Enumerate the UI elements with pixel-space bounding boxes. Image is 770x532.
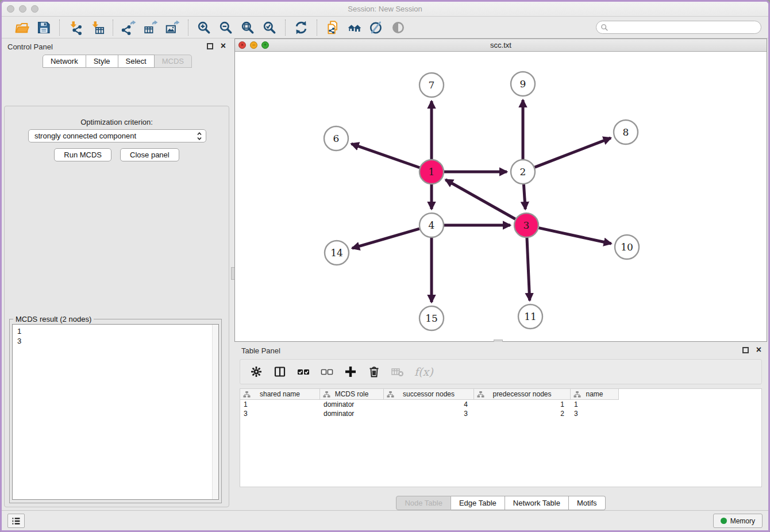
function-builder-icon: f(x) — [414, 364, 429, 379]
tab-network-table[interactable]: Network Table — [505, 496, 569, 510]
column-tree-icon — [323, 391, 330, 402]
column-tree-icon — [387, 391, 394, 402]
graph-edge-4-14[interactable] — [352, 229, 419, 248]
export-image-icon[interactable] — [164, 19, 181, 36]
table-panel: Table Panel × f(x) shared nameMCDS roles… — [234, 342, 767, 510]
node-table[interactable]: shared nameMCDS rolesuccessor nodesprede… — [240, 388, 762, 487]
graph-node-9[interactable]: 9 — [511, 72, 535, 96]
graph-edge-1-6[interactable] — [351, 144, 419, 168]
graph-node-1[interactable]: 1 — [419, 160, 444, 184]
table-toolbar: f(x) — [240, 359, 762, 384]
graph-edge-3-1[interactable] — [445, 180, 515, 219]
toolbar-group — [317, 20, 414, 36]
column-label: shared name — [260, 390, 300, 398]
svg-text:9: 9 — [520, 78, 526, 90]
zoom-selected-icon[interactable] — [261, 19, 278, 36]
toolbar-group — [59, 20, 113, 36]
column-header-predecessor-nodes[interactable]: predecessor nodes — [474, 389, 571, 400]
table-cell: 1 — [474, 400, 571, 409]
graph-node-3[interactable]: 3 — [514, 213, 538, 237]
tab-node-table[interactable]: Node Table — [396, 496, 451, 510]
deselect-all-icon[interactable] — [319, 364, 334, 379]
svg-text:2: 2 — [520, 166, 526, 178]
column-header-MCDS-role[interactable]: MCDS role — [320, 389, 384, 400]
table-cell: 4 — [384, 400, 474, 409]
graph-edge-3-10[interactable] — [538, 228, 611, 244]
column-tree-icon — [573, 391, 581, 402]
network-canvas[interactable]: 7968124314101511 — [235, 52, 767, 341]
close-panel-icon[interactable]: × — [221, 40, 226, 52]
svg-text:15: 15 — [425, 313, 438, 324]
graph-node-8[interactable]: 8 — [614, 120, 638, 144]
zoom-out-icon[interactable] — [217, 19, 234, 36]
apply-layout-icon[interactable] — [292, 19, 310, 36]
run-mcds-button[interactable]: Run MCDS — [54, 148, 111, 161]
tab-edge-table[interactable]: Edge Table — [451, 496, 505, 510]
select-stepper-icon — [197, 131, 202, 141]
control-panel: Control Panel × NetworkStyleSelectMCDS O… — [2, 38, 233, 510]
graph-edge-3-11[interactable] — [527, 238, 530, 300]
column-header-successor-nodes[interactable]: successor nodes — [384, 389, 474, 400]
tab-select[interactable]: Select — [118, 55, 155, 68]
column-header-shared-name[interactable]: shared name — [240, 389, 320, 400]
svg-text:14: 14 — [330, 247, 343, 259]
new-column-icon[interactable] — [343, 364, 358, 379]
graph-node-6[interactable]: 6 — [324, 126, 348, 151]
float-panel-icon[interactable] — [207, 43, 213, 49]
network-title: scc.txt — [235, 41, 767, 49]
svg-text:3: 3 — [523, 219, 530, 231]
import-table-icon[interactable] — [88, 19, 106, 36]
task-history-button[interactable] — [7, 514, 25, 528]
graph-node-15[interactable]: 15 — [419, 306, 444, 330]
graph-node-4[interactable]: 4 — [419, 213, 444, 237]
tab-network[interactable]: Network — [43, 55, 86, 68]
delete-rows-icon[interactable] — [367, 364, 382, 379]
network-graph[interactable]: 7968124314101511 — [235, 52, 767, 341]
criterion-select[interactable]: strongly connected component — [28, 129, 206, 142]
graph-node-2[interactable]: 2 — [511, 160, 535, 184]
graph-node-10[interactable]: 10 — [615, 235, 639, 259]
search-input[interactable] — [609, 22, 761, 33]
graph-edge-2-8[interactable] — [535, 138, 611, 167]
zoom-in-icon[interactable] — [195, 19, 213, 36]
select-all-icon[interactable] — [296, 364, 311, 379]
save-session-icon[interactable] — [35, 19, 52, 36]
search-box[interactable] — [596, 21, 761, 34]
table-row[interactable]: 1dominator411 — [240, 400, 761, 409]
main-toolbar — [2, 17, 768, 38]
memory-button[interactable]: Memory — [713, 514, 763, 528]
memory-indicator-dot — [721, 518, 727, 524]
show-columns-icon[interactable] — [272, 364, 287, 379]
svg-text:11: 11 — [524, 311, 537, 322]
export-table-icon[interactable] — [142, 19, 159, 36]
home-view-icon[interactable] — [346, 19, 363, 36]
mcds-result-lines: 1 3 — [13, 325, 218, 348]
table-row[interactable]: 3dominator323 — [240, 409, 761, 418]
close-panel-button[interactable]: Close panel — [120, 148, 179, 161]
table-float-icon[interactable] — [742, 347, 749, 353]
table-close-icon[interactable]: × — [756, 344, 761, 356]
result-scrollbar[interactable] — [212, 325, 218, 499]
table-options-icon[interactable] — [249, 364, 264, 379]
graph-edge-2-3[interactable] — [523, 184, 525, 209]
network-window: × − + scc.txt 7968124314101511 — [234, 38, 767, 342]
graph-node-11[interactable]: 11 — [518, 304, 542, 329]
graph-node-7[interactable]: 7 — [419, 73, 444, 97]
column-tree-icon — [243, 391, 251, 402]
import-network-icon[interactable] — [67, 19, 84, 36]
open-session-icon[interactable] — [13, 19, 30, 36]
search-icon — [600, 24, 609, 32]
fit-content-icon[interactable] — [239, 19, 256, 36]
tab-style[interactable]: Style — [86, 55, 118, 68]
tab-motifs[interactable]: Motifs — [569, 496, 606, 510]
toolbar-group — [285, 20, 317, 36]
hide-selected-icon[interactable] — [368, 19, 385, 36]
tab-mcds[interactable]: MCDS — [155, 55, 192, 68]
graph-node-14[interactable]: 14 — [325, 241, 349, 265]
column-header-name[interactable]: name — [571, 389, 619, 400]
table-cell: 1 — [240, 400, 320, 409]
mcds-result-list[interactable]: 1 3 — [12, 324, 219, 500]
export-network-icon[interactable] — [120, 19, 137, 36]
copy-network-icon[interactable] — [324, 19, 341, 36]
mcds-result-title: MCDS result (2 nodes) — [13, 315, 94, 323]
